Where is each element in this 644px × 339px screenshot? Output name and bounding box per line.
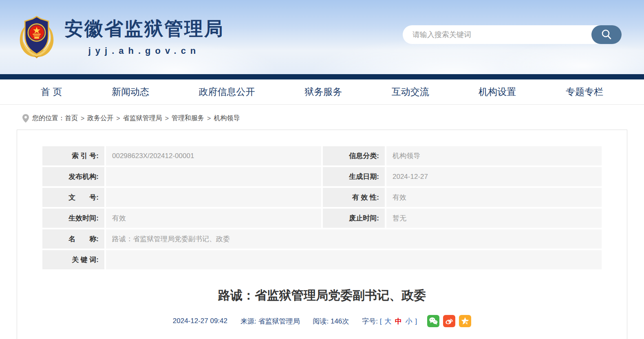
nav-item-home[interactable]: 首 页 (41, 86, 62, 98)
info-label: 发布机构: (42, 167, 104, 186)
fontsize-bracket-close: ] (415, 317, 417, 325)
info-row: 名 称: 路诚：省监狱管理局党委副书记、政委 (42, 229, 602, 249)
location-pin-icon (22, 114, 29, 123)
article-datetime: 2024-12-27 09:42 (173, 317, 227, 325)
info-row: 发布机构: 生成日期: 2024-12-27 (42, 167, 602, 186)
weibo-icon (444, 316, 454, 326)
site-header: 安徽省监狱管理局 jyj.ah.gov.cn (0, 0, 644, 74)
site-logo[interactable]: 安徽省监狱管理局 jyj.ah.gov.cn (17, 13, 224, 59)
breadcrumb: 您的位置： 首页 > 政务公开 > 省监狱管理局 > 管理和服务 > 机构领导 (0, 105, 644, 130)
info-value (106, 188, 321, 207)
fontsize-small-button[interactable]: 小 (406, 317, 412, 325)
info-value: 00298623X/202412-00001 (106, 146, 321, 165)
breadcrumb-separator: > (207, 115, 211, 122)
search-input[interactable] (403, 25, 591, 44)
breadcrumb-item-home[interactable]: 首页 (65, 114, 78, 123)
views-value: 146次 (331, 317, 349, 325)
info-label: 生成日期: (323, 167, 385, 186)
breadcrumb-separator: > (81, 115, 84, 122)
info-value: 路诚：省监狱管理局党委副书记、政委 (106, 229, 602, 249)
nav-item-prison-services[interactable]: 狱务服务 (304, 86, 342, 98)
wechat-icon (428, 316, 439, 326)
nav-item-special-topics[interactable]: 专题专栏 (566, 86, 603, 98)
fontsize-bracket-open: [ (380, 317, 382, 325)
police-badge-icon (17, 13, 56, 59)
breadcrumb-item-bureau[interactable]: 省监狱管理局 (123, 114, 162, 123)
nav-item-interaction[interactable]: 互动交流 (392, 86, 429, 98)
info-label: 索 引 号: (42, 146, 104, 165)
info-label: 关 键 词: (42, 250, 104, 269)
source-value: 省监狱管理局 (258, 317, 300, 325)
fontsize-label: 字号: (362, 317, 378, 325)
nav-item-organization[interactable]: 机构设置 (479, 86, 516, 98)
qzone-star-icon (460, 316, 470, 326)
nav-item-gov-info[interactable]: 政府信息公开 (199, 86, 255, 98)
breadcrumb-separator: > (165, 115, 169, 122)
main-nav: 首 页 新闻动态 政府信息公开 狱务服务 互动交流 机构设置 专题专栏 (0, 79, 644, 105)
article-source: 来源: 省监狱管理局 (240, 317, 300, 326)
header-divider-bar (0, 74, 644, 79)
info-row: 生效时间: 有效 废止时间: 暂无 (42, 209, 602, 228)
breadcrumb-item-management[interactable]: 管理和服务 (172, 114, 204, 123)
share-buttons (423, 315, 471, 327)
info-row: 文 号: 有 效 性: 有效 (42, 188, 602, 207)
share-qzone-button[interactable] (459, 315, 471, 327)
info-label: 文 号: (42, 188, 104, 207)
breadcrumb-item-gov-open[interactable]: 政务公开 (87, 114, 113, 123)
article-meta: 2024-12-27 09:42 来源: 省监狱管理局 阅读: 146次 字号:… (42, 315, 602, 327)
article-title: 路诚：省监狱管理局党委副书记、政委 (42, 287, 602, 304)
search-box (403, 25, 622, 44)
info-label: 生效时间: (42, 209, 104, 228)
breadcrumb-item-leaders[interactable]: 机构领导 (214, 114, 240, 123)
info-value: 机构领导 (386, 146, 602, 165)
fontsize-large-button[interactable]: 大 (384, 317, 391, 325)
share-wechat-button[interactable] (427, 315, 439, 327)
site-domain: jyj.ah.gov.cn (64, 46, 224, 56)
info-row: 关 键 词: (42, 250, 602, 269)
breadcrumb-label: 您的位置： (32, 114, 65, 123)
info-label: 信息分类: (323, 146, 385, 165)
info-value: 2024-12-27 (386, 167, 602, 186)
info-value: 有效 (386, 188, 602, 207)
views-label: 阅读: (313, 317, 329, 325)
info-row: 索 引 号: 00298623X/202412-00001 信息分类: 机构领导 (42, 146, 602, 165)
share-weibo-button[interactable] (443, 315, 455, 327)
info-value: 暂无 (386, 209, 602, 228)
fontsize-selector: 字号: [ 大 中 小 ] (362, 317, 417, 326)
info-value (106, 250, 602, 269)
info-label: 有 效 性: (323, 188, 385, 207)
nav-item-news[interactable]: 新闻动态 (112, 86, 149, 98)
fontsize-medium-button[interactable]: 中 (395, 317, 402, 325)
info-label: 废止时间: (323, 209, 385, 228)
info-value (106, 167, 321, 186)
search-button[interactable] (591, 25, 622, 44)
info-value: 有效 (106, 209, 321, 228)
info-label: 名 称: (42, 229, 104, 249)
source-label: 来源: (240, 317, 256, 325)
content-panel: 索 引 号: 00298623X/202412-00001 信息分类: 机构领导… (17, 130, 627, 339)
site-title: 安徽省监狱管理局 (64, 16, 224, 42)
article-views: 阅读: 146次 (313, 317, 349, 326)
breadcrumb-separator: > (116, 115, 120, 122)
search-icon (600, 29, 613, 41)
